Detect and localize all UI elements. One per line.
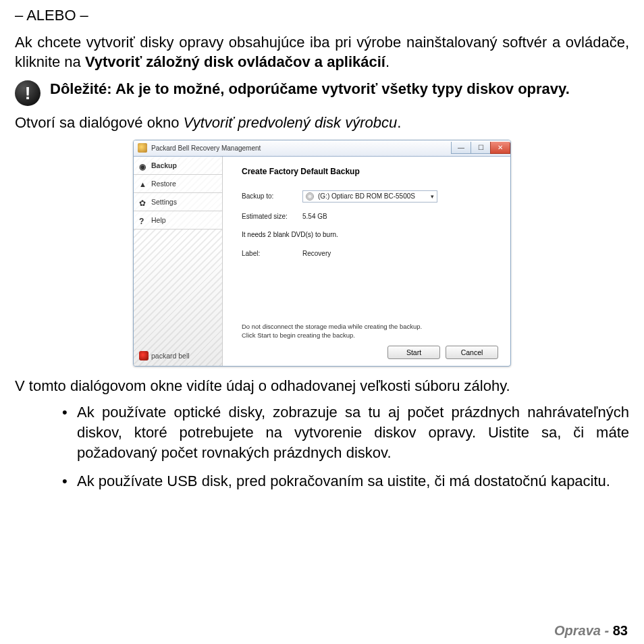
panel-heading: Create Factory Default Backup (242, 166, 498, 177)
sidebar-item-help[interactable]: Help (134, 211, 222, 230)
paragraph-intro: Ak chcete vytvoriť disky opravy obsahujú… (15, 32, 629, 72)
drive-select[interactable]: (G:) Optiarc BD ROM BC-5500S ▾ (302, 190, 437, 203)
important-note: ! Dôležité: Ak je to možné, odporúčame v… (15, 79, 629, 106)
brand-logo-icon (139, 351, 149, 360)
bold-text: Vytvoriť záložný disk ovládačov a apliká… (85, 53, 385, 70)
brand-footer: packard bell (134, 347, 222, 366)
bullet-list: Ak používate optické disky, zobrazuje sa… (15, 402, 629, 491)
exclamation-icon: ! (15, 80, 41, 106)
info-block: Do not disconnect the storage media whil… (242, 323, 498, 359)
minimize-button[interactable]: — (451, 142, 471, 154)
settings-icon (139, 198, 147, 206)
sidebar-item-label: Settings (151, 197, 177, 207)
info-line-1: Do not disconnect the storage media whil… (242, 323, 498, 331)
app-window: Packard Bell Recovery Management — ☐ ✕ B… (133, 140, 511, 367)
value-label: Recovery (302, 249, 331, 259)
label-estimated-size: Estimated size: (242, 212, 302, 221)
value-estimated-size: 5.54 GB (302, 212, 327, 221)
heading-alebo: – ALEBO – (15, 5, 629, 26)
sidebar-item-backup[interactable]: Backup (134, 157, 222, 175)
sidebar-item-label: Backup (151, 161, 177, 170)
brand-name: packard bell (151, 351, 190, 360)
paragraph-dialog: Otvorí sa dialógové okno Vytvoriť predvo… (15, 113, 629, 133)
footer-section: Oprava - (554, 623, 613, 638)
sidebar-item-settings[interactable]: Settings (134, 193, 222, 211)
important-text: Dôležité: Ak je to možné, odporúčame vyt… (50, 79, 629, 99)
screenshot-container: Packard Bell Recovery Management — ☐ ✕ B… (15, 140, 629, 367)
italic-text: Vytvoriť predvolený disk výrobcu (183, 114, 397, 131)
start-button[interactable]: Start (387, 346, 440, 359)
list-item: Ak používate USB disk, pred pokračovaním… (62, 471, 629, 491)
text: . (385, 53, 390, 70)
label-label: Label: (242, 249, 302, 259)
restore-icon (139, 180, 147, 188)
page-footer: Oprava - 83 (554, 622, 628, 640)
disc-icon (306, 192, 314, 200)
app-icon (138, 143, 147, 153)
paragraph-after-shot: V tomto dialógovom okne vidíte údaj o od… (15, 376, 629, 396)
titlebar: Packard Bell Recovery Management — ☐ ✕ (134, 140, 510, 157)
text: . (397, 114, 401, 131)
close-button[interactable]: ✕ (490, 142, 510, 154)
list-item: Ak používate optické disky, zobrazuje sa… (62, 402, 629, 462)
info-line-2: Click Start to begin creating the backup… (242, 331, 498, 340)
dvd-count-note: It needs 2 blank DVD(s) to burn. (242, 230, 498, 240)
text: Otvorí sa dialógové okno (15, 114, 183, 131)
sidebar-item-restore[interactable]: Restore (134, 175, 222, 193)
footer-page-number: 83 (613, 623, 628, 638)
backup-icon (139, 161, 147, 169)
sidebar: Backup Restore Settings Help packard bel… (134, 157, 223, 366)
help-icon (139, 216, 147, 224)
sidebar-item-label: Restore (151, 179, 176, 188)
window-controls: — ☐ ✕ (452, 142, 510, 154)
cancel-button[interactable]: Cancel (446, 346, 498, 359)
chevron-down-icon: ▾ (431, 192, 434, 200)
sidebar-item-label: Help (151, 215, 166, 225)
drive-select-value: (G:) Optiarc BD ROM BC-5500S (318, 192, 415, 201)
maximize-button[interactable]: ☐ (471, 142, 491, 154)
main-panel: Create Factory Default Backup Backup to:… (223, 157, 510, 366)
label-backup-to: Backup to: (242, 192, 302, 201)
window-title: Packard Bell Recovery Management (151, 144, 261, 153)
